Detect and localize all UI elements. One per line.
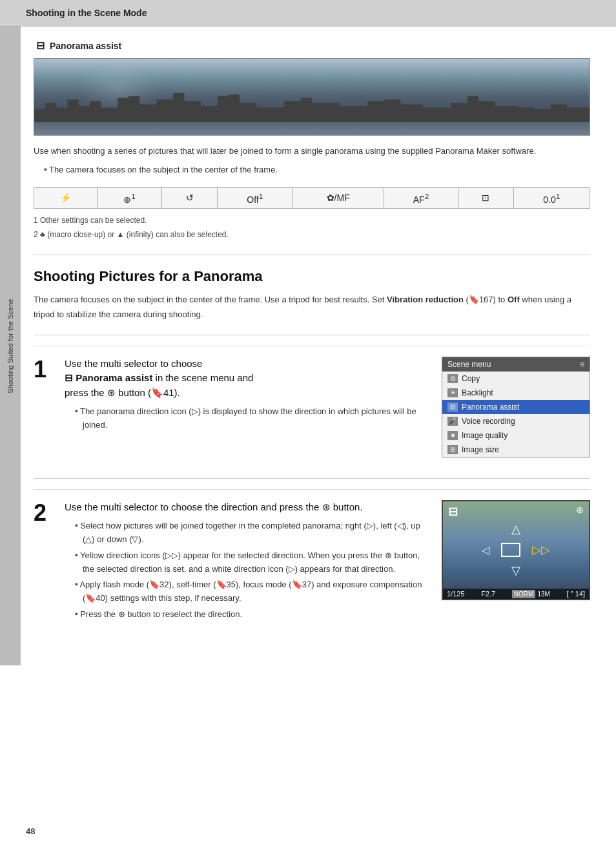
section-title: ⊟ Panorama assist	[34, 39, 590, 52]
divider-1	[34, 255, 590, 255]
vf-norm: NORM 13M	[512, 590, 550, 598]
down-arrow: ▽	[511, 563, 520, 578]
step-1-content: Scene menu ≡ ⧉ Copy ☀ Backlight ⊟ Panora…	[65, 357, 590, 463]
scene-menu-icon: ≡	[580, 360, 584, 369]
viewfinder-overlay: ⊟ ⊕ △ ◁ ▷▷ ▽	[443, 501, 589, 599]
content-area: ⊟ Panorama assist Use when shooting a se…	[21, 26, 616, 666]
right-arrow-yellow: ▷▷	[532, 543, 550, 557]
setting-af: AF2	[384, 187, 458, 209]
scene-menu-box: Scene menu ≡ ⧉ Copy ☀ Backlight ⊟ Panora…	[442, 357, 590, 457]
size-icon: ⊞	[447, 445, 458, 454]
setting-flash: ⚡	[34, 187, 98, 209]
intro-text: The camera focuses on the subject in the…	[34, 293, 590, 321]
quality-icon: ★	[447, 431, 458, 440]
scene-menu-item-backlight[interactable]: ☀ Backlight	[442, 386, 590, 400]
section-description: Use when shooting a series of pictures t…	[34, 145, 590, 158]
step-1-number: 1	[34, 358, 54, 463]
setting-timer: ↺	[162, 187, 218, 209]
quality-label: Image quality	[462, 431, 508, 440]
copy-label: Copy	[462, 374, 480, 383]
header-bar: Shooting in the Scene Mode	[0, 0, 616, 26]
direction-arrows: △ ◁ ▷▷ ▽	[482, 522, 550, 578]
scene-menu-item-panorama[interactable]: ⊟ Panorama assist	[442, 400, 590, 414]
vf-frames: [ " 14]	[567, 590, 585, 598]
section-bullet1: The camera focuses on the subject in the…	[40, 163, 590, 177]
setting-ev: ⊡	[458, 187, 513, 209]
vf-settings-icon: ⊕	[576, 505, 584, 515]
voice-label: Voice recording	[462, 417, 515, 426]
step-2: 2 ⊟ ⊕ △ ◁	[34, 489, 590, 624]
scene-menu-item-size[interactable]: ⊞ Image size	[442, 443, 590, 457]
page-number: 48	[26, 826, 35, 836]
panorama-label: Panorama assist	[462, 403, 519, 412]
viewfinder-box: ⊟ ⊕ △ ◁ ▷▷ ▽	[442, 500, 590, 600]
scene-menu-header: Scene menu ≡	[442, 357, 590, 372]
footnote-1: 1 Other settings can be selected.	[34, 214, 590, 228]
divider-3	[34, 478, 590, 479]
norm-badge: NORM	[512, 590, 536, 598]
backlight-label: Backlight	[462, 388, 493, 397]
size-badge: 13M	[537, 591, 549, 598]
panorama-menu-icon: ⊟	[447, 403, 458, 412]
settings-table: ⚡ ⊕1 ↺ Off1 ✿/MF AF2 ⊡ 0.01	[34, 187, 590, 209]
up-arrow: △	[511, 522, 520, 536]
step-2-number: 2	[34, 501, 54, 624]
main-heading: Shooting Pictures for a Panorama	[34, 268, 590, 285]
vf-bottom-bar: 1/125 F2.7 NORM 13M [ " 14]	[443, 589, 589, 599]
setting-off: Off1	[218, 187, 293, 209]
scene-menu-title: Scene menu	[447, 360, 491, 369]
vf-panorama-icon: ⊟	[448, 505, 458, 519]
scene-menu-item-quality[interactable]: ★ Image quality	[442, 428, 590, 443]
footnote-2: 2 ♣ (macro close-up) or ▲ (infinity) can…	[34, 228, 590, 242]
step-2-bullet-4: Press the ⊛ button to reselect the direc…	[72, 608, 590, 622]
panorama-section-icon: ⊟	[36, 39, 45, 52]
step-2-content: ⊟ ⊕ △ ◁ ▷▷ ▽	[65, 500, 590, 624]
size-label: Image size	[462, 445, 499, 454]
footnotes: 1 Other settings can be selected. 2 ♣ (m…	[34, 214, 590, 242]
setting-compensation: 0.01	[513, 187, 590, 209]
center-bracket	[501, 543, 520, 557]
left-right-arrows: ◁ ▷▷	[482, 543, 550, 557]
page-title: Shooting in the Scene Mode	[26, 8, 147, 18]
side-tab: Shooting Suited for the Scene	[0, 26, 21, 666]
section-title-label: Panorama assist	[50, 41, 121, 51]
scene-menu-item-copy[interactable]: ⧉ Copy	[442, 372, 590, 386]
setting-focus: ✿/MF	[293, 187, 384, 209]
panorama-image	[34, 58, 590, 136]
divider-2	[34, 335, 590, 335]
voice-icon: 🎤	[447, 417, 458, 426]
copy-icon: ⧉	[447, 374, 458, 383]
backlight-icon: ☀	[447, 388, 458, 397]
scene-menu-item-voice[interactable]: 🎤 Voice recording	[442, 414, 590, 428]
vf-shutter: 1/125	[447, 590, 465, 598]
left-arrow: ◁	[482, 544, 489, 556]
step-1: 1 Scene menu ≡ ⧉ Copy ☀ Backlight	[34, 346, 590, 463]
setting-self-timer: ⊕1	[97, 187, 162, 209]
vf-aperture: F2.7	[481, 590, 495, 598]
side-tab-label: Shooting Suited for the Scene	[6, 299, 14, 393]
